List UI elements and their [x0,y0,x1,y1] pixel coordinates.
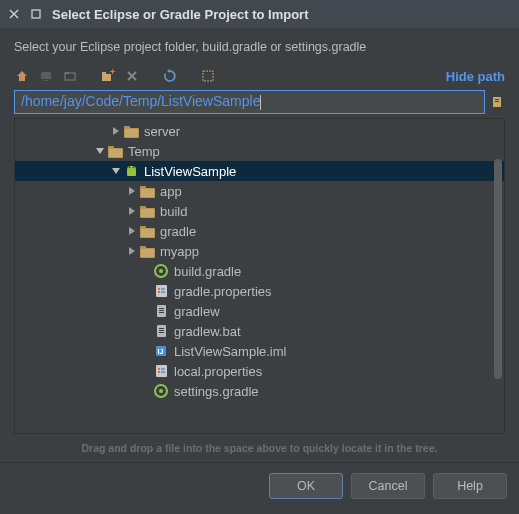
tree-row[interactable]: gradlew [15,301,504,321]
svg-rect-55 [158,368,160,370]
instruction-text: Select your Eclipse project folder, buil… [14,40,505,54]
svg-rect-57 [158,371,160,373]
folder-icon [139,243,155,259]
svg-rect-14 [495,99,499,100]
path-text: /home/jay/Code/Temp/ListViewSample [21,93,260,109]
svg-rect-21 [109,149,122,157]
svg-rect-36 [141,249,154,257]
close-icon[interactable] [8,8,20,20]
scrollbar-vertical[interactable] [494,159,502,379]
svg-rect-22 [127,169,136,176]
tree-node-label: build [160,204,187,219]
tree-row[interactable]: gradle [15,221,504,241]
svg-rect-45 [159,308,164,309]
folder-icon [139,183,155,199]
home-icon[interactable] [14,68,30,84]
tree-node-label: gradle.properties [174,284,272,299]
svg-text:+: + [110,69,115,77]
tree-node-label: server [144,124,180,139]
delete-icon[interactable] [124,68,140,84]
tree-row[interactable]: build [15,201,504,221]
svg-rect-5 [65,73,75,80]
svg-rect-30 [141,209,154,217]
tree-row[interactable]: myapp [15,241,504,261]
svg-rect-56 [161,368,165,370]
chevron-right-icon[interactable] [127,246,137,256]
svg-text:IJ: IJ [158,348,164,355]
file-icon [153,303,169,319]
chevron-right-icon[interactable] [127,226,137,236]
svg-rect-3 [41,72,51,79]
svg-rect-18 [125,129,138,137]
chevron-right-icon[interactable] [127,206,137,216]
svg-rect-42 [158,291,160,293]
tree-node-label: myapp [160,244,199,259]
svg-point-60 [159,389,163,393]
arrow-none [141,346,151,356]
new-folder-icon[interactable]: + [100,68,116,84]
svg-point-38 [159,269,163,273]
maximize-icon[interactable] [30,8,42,20]
tree-row[interactable]: server [15,121,504,141]
tree-row[interactable]: build.gradle [15,261,504,281]
show-hidden-icon[interactable] [200,68,216,84]
arrow-none [141,286,151,296]
svg-point-24 [132,167,134,169]
history-icon[interactable] [489,94,505,110]
file-icon [153,323,169,339]
tree-row[interactable]: settings.gradle [15,381,504,401]
chevron-down-icon[interactable] [111,166,121,176]
tree-node-label: gradlew.bat [174,324,241,339]
tree-row[interactable]: Temp [15,141,504,161]
svg-rect-40 [158,288,160,290]
tree-node-label: build.gradle [174,264,241,279]
drag-hint: Drag and drop a file into the space abov… [14,434,505,462]
help-button[interactable]: Help [433,473,507,499]
ok-button[interactable]: OK [269,473,343,499]
tree-row[interactable]: app [15,181,504,201]
cancel-button[interactable]: Cancel [351,473,425,499]
tree-node-label: gradlew [174,304,220,319]
android-icon [123,163,139,179]
svg-rect-15 [495,101,499,102]
svg-rect-27 [141,189,154,197]
tree-row[interactable]: local.properties [15,361,504,381]
desktop-icon[interactable] [38,68,54,84]
tree-row[interactable]: gradlew.bat [15,321,504,341]
tree-node-label: ListViewSample.iml [174,344,286,359]
tree-node-label: gradle [160,224,196,239]
svg-rect-49 [159,328,164,329]
svg-rect-58 [161,371,165,373]
tree-node-label: app [160,184,182,199]
properties-icon [153,283,169,299]
tree-node-label: local.properties [174,364,262,379]
svg-rect-51 [159,332,164,333]
svg-rect-50 [159,330,164,331]
toolbar: + Hide path [14,68,505,84]
svg-rect-8 [102,72,106,75]
chevron-right-icon[interactable] [111,126,121,136]
tree-node-label: ListViewSample [144,164,236,179]
project-icon[interactable] [62,68,78,84]
gradle-icon [153,383,169,399]
file-tree[interactable]: serverTempListViewSampleappbuildgradlemy… [14,118,505,434]
titlebar: Select Eclipse or Gradle Project to Impo… [0,0,519,28]
tree-node-label: Temp [128,144,160,159]
arrow-none [141,306,151,316]
refresh-icon[interactable] [162,68,178,84]
arrow-none [141,366,151,376]
tree-row[interactable]: IJListViewSample.iml [15,341,504,361]
svg-rect-47 [159,312,164,313]
svg-rect-4 [44,80,48,81]
svg-rect-43 [161,291,165,293]
path-input[interactable]: /home/jay/Code/Temp/ListViewSample [14,90,485,114]
chevron-down-icon[interactable] [95,146,105,156]
tree-row[interactable]: gradle.properties [15,281,504,301]
chevron-right-icon[interactable] [127,186,137,196]
svg-rect-46 [159,310,164,311]
svg-rect-2 [32,10,40,18]
tree-row[interactable]: ListViewSample [15,161,504,181]
hide-path-link[interactable]: Hide path [446,69,505,84]
svg-rect-6 [65,72,69,74]
button-bar: OK Cancel Help [0,462,519,509]
